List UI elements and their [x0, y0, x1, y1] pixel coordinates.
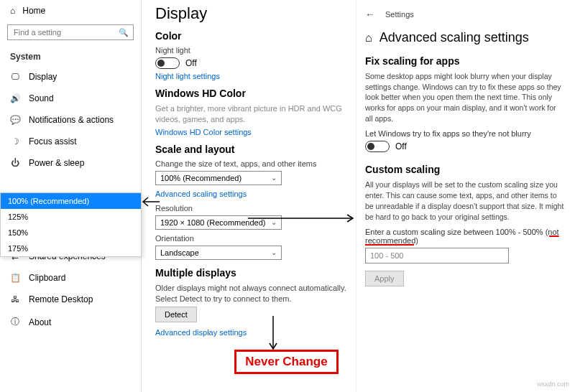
- home-icon[interactable]: ⌂: [365, 32, 372, 45]
- never-change-annotation: Never Change: [234, 350, 339, 374]
- nav-focus-assist[interactable]: ☽ Focus assist: [0, 131, 141, 152]
- hd-color-settings-link[interactable]: Windows HD Color settings: [155, 128, 346, 136]
- page-title: Display: [155, 4, 346, 23]
- nav-notifications[interactable]: 💬 Notifications & actions: [0, 109, 141, 131]
- section-label: System: [0, 47, 141, 66]
- home-label: Home: [22, 6, 45, 16]
- header-label: Settings: [385, 10, 414, 19]
- hd-color-heading: Windows HD Color: [155, 88, 346, 99]
- orientation-combo[interactable]: Landscape ⌄: [155, 246, 282, 260]
- right-header: ← Settings: [365, 9, 565, 20]
- arrow-down-icon: [267, 316, 279, 352]
- search-input[interactable]: [12, 27, 119, 37]
- hd-color-description: Get a brighter, more vibrant picture in …: [155, 103, 346, 125]
- scale-layout-heading: Scale and layout: [155, 144, 346, 155]
- advanced-title: Advanced scaling settings: [380, 30, 529, 45]
- scale-option-100[interactable]: 100% (Recommended): [1, 193, 141, 209]
- chevron-down-icon: ⌄: [271, 248, 277, 256]
- nav-label: Notifications & actions: [29, 115, 114, 125]
- remote-icon: 🖧: [10, 294, 20, 304]
- scale-dropdown-popup: 100% (Recommended) 125% 150% 175%: [0, 192, 142, 257]
- home-link[interactable]: ⌂ Home: [0, 0, 141, 22]
- nav-label: Sound: [29, 93, 54, 103]
- multiple-displays-description: Older displays might not always connect …: [155, 283, 346, 304]
- custom-scaling-label: Enter a custom scaling size between 100%…: [365, 228, 565, 245]
- nav-label: Clipboard: [29, 273, 65, 283]
- night-light-state: Off: [185, 58, 197, 68]
- nav-label: Power & sleep: [29, 158, 84, 168]
- nav-label: Remote Desktop: [29, 294, 93, 304]
- back-icon[interactable]: ←: [365, 9, 375, 20]
- about-icon: ⓘ: [10, 316, 20, 328]
- nav-label: About: [29, 317, 51, 327]
- fix-scaling-heading: Fix scaling for apps: [365, 55, 565, 67]
- detect-button[interactable]: Detect: [155, 307, 197, 322]
- nav-clipboard[interactable]: 📋 Clipboard: [0, 267, 141, 289]
- scale-value: 100% (Recommended): [160, 174, 242, 182]
- scale-label: Change the size of text, apps, and other…: [155, 159, 346, 168]
- arrow-right-icon: [248, 213, 356, 225]
- sound-icon: 🔊: [10, 93, 20, 103]
- color-heading: Color: [155, 30, 346, 42]
- nav-display[interactable]: 🖵 Display: [0, 66, 141, 88]
- night-light-toggle[interactable]: Off: [155, 57, 346, 69]
- fix-scaling-description: Some desktop apps might look blurry when…: [365, 71, 565, 123]
- power-icon: ⏻: [10, 158, 20, 168]
- scale-option-175[interactable]: 175%: [1, 241, 141, 256]
- advanced-scaling-link[interactable]: Advanced scaling settings: [155, 190, 346, 198]
- fix-apps-toggle[interactable]: Off: [365, 141, 565, 152]
- notifications-icon: 💬: [10, 115, 20, 125]
- custom-scaling-description: All your displays will be set to the cus…: [365, 179, 565, 222]
- arrow-left-icon: [141, 195, 160, 208]
- custom-scaling-input[interactable]: 100 - 500: [365, 248, 509, 263]
- night-light-label: Night light: [155, 46, 346, 55]
- toggle-switch-icon: [365, 141, 390, 152]
- toggle-switch-icon: [155, 57, 180, 69]
- fix-toggle-state: Off: [395, 141, 407, 151]
- apply-button[interactable]: Apply: [365, 271, 404, 286]
- fix-toggle-label: Let Windows try to fix apps so they're n…: [365, 129, 565, 138]
- home-icon: ⌂: [10, 6, 15, 16]
- orientation-label: Orientation: [155, 234, 346, 243]
- display-settings-pane: Display Color Night light Off Night ligh…: [151, 0, 352, 392]
- watermark: wsxdn.com: [537, 381, 569, 388]
- scale-option-125[interactable]: 125%: [1, 209, 141, 225]
- display-icon: 🖵: [10, 72, 20, 82]
- scale-combo[interactable]: 100% (Recommended) ⌄: [155, 171, 282, 185]
- nav-about[interactable]: ⓘ About: [0, 310, 141, 334]
- advanced-title-row: ⌂ Advanced scaling settings: [365, 30, 565, 45]
- search-box[interactable]: 🔍: [7, 24, 134, 40]
- nav-power-sleep[interactable]: ⏻ Power & sleep: [0, 152, 141, 174]
- orientation-value: Landscape: [160, 248, 199, 257]
- custom-scaling-heading: Custom scaling: [365, 164, 565, 175]
- clipboard-icon: 📋: [10, 273, 20, 283]
- nav-sound[interactable]: 🔊 Sound: [0, 88, 141, 109]
- chevron-down-icon: ⌄: [271, 174, 277, 182]
- multiple-displays-heading: Multiple displays: [155, 267, 346, 279]
- advanced-display-link[interactable]: Advanced display settings: [155, 328, 346, 337]
- nav-label: Display: [29, 72, 57, 82]
- resolution-label: Resolution: [155, 204, 346, 213]
- nav-label: Focus assist: [29, 136, 77, 146]
- scale-option-150[interactable]: 150%: [1, 225, 141, 241]
- nav-remote-desktop[interactable]: 🖧 Remote Desktop: [0, 289, 141, 310]
- focus-icon: ☽: [10, 136, 20, 146]
- advanced-scaling-pane: ← Settings ⌂ Advanced scaling settings F…: [356, 0, 575, 392]
- night-light-settings-link[interactable]: Night light settings: [155, 72, 346, 80]
- search-icon: 🔍: [119, 28, 129, 37]
